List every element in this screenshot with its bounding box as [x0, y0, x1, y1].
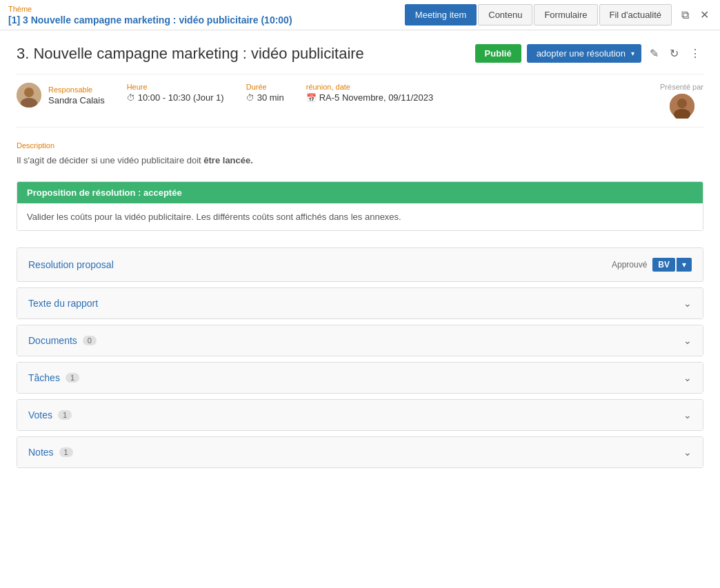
section-taches: Tâches 1 ⌄	[17, 362, 703, 394]
publie-button[interactable]: Publié	[475, 44, 521, 63]
section-resolution-proposal: Resolution proposal Approuvé BV ▾	[17, 247, 703, 282]
avatar-presenter	[670, 94, 694, 119]
heure-label: Heure	[127, 83, 224, 91]
svg-point-4	[677, 99, 687, 108]
taches-header[interactable]: Tâches 1 ⌄	[17, 363, 703, 393]
description-section: Description Il s'agit de décider si une …	[17, 141, 703, 168]
avatar-responsable	[17, 83, 41, 108]
duration-icon: ⏱	[246, 93, 254, 103]
taches-badge: 1	[66, 373, 79, 383]
reunion-value: 📅 RA-5 Novembre, 09/11/2023	[306, 92, 433, 103]
section-notes: Notes 1 ⌄	[17, 436, 703, 468]
badge-bv: BV	[652, 258, 675, 272]
title-row: 3. Nouvelle campagne marketing : vidéo p…	[17, 44, 703, 63]
resolution-dropdown-button[interactable]: ▾	[677, 258, 692, 272]
resolution-status-text: Approuvé	[612, 260, 647, 270]
edit-button[interactable]: ✎	[647, 44, 661, 63]
texte-rapport-title: Texte du rapport	[28, 298, 98, 309]
tab-formulaire[interactable]: Formulaire	[534, 4, 597, 26]
taches-title: Tâches	[28, 372, 60, 383]
votes-header[interactable]: Votes 1 ⌄	[17, 400, 703, 430]
header-icons: ⧉ ✕	[679, 6, 712, 24]
meta-row: Responsable Sandra Calais Heure ⏱ 10:00 …	[17, 74, 703, 128]
close-button[interactable]: ✕	[697, 6, 712, 24]
main-content: 3. Nouvelle campagne marketing : vidéo p…	[0, 30, 720, 487]
reunion-meta: réunion, date 📅 RA-5 Novembre, 09/11/202…	[306, 83, 433, 103]
section-votes: Votes 1 ⌄	[17, 399, 703, 431]
resolution-proposal-box: Proposition de résolution : acceptée Val…	[17, 181, 703, 231]
split-view-button[interactable]: ⧉	[679, 6, 692, 24]
notes-header[interactable]: Notes 1 ⌄	[17, 437, 703, 467]
responsable-info: Responsable Sandra Calais	[48, 85, 105, 105]
resolution-proposal-body: Valider les coûts pour la vidéo publicit…	[17, 203, 703, 230]
documents-badge: 0	[83, 336, 97, 345]
title-actions: Publié adopter une résolution ▾ ✎ ↻ ⋮	[475, 44, 703, 63]
chevron-down-icon: ⌄	[683, 298, 692, 309]
section-documents: Documents 0 ⌄	[17, 325, 703, 356]
chevron-down-icon: ⌄	[683, 409, 692, 420]
tab-meeting-item[interactable]: Meeting item	[405, 4, 477, 26]
description-text: Il s'agit de décider si une vidéo public…	[17, 154, 703, 168]
duree-meta: Durée ⏱ 30 min	[246, 83, 284, 103]
calendar-icon: 📅	[306, 93, 317, 103]
description-label: Description	[17, 141, 703, 150]
clock-icon: ⏱	[127, 93, 135, 103]
chevron-down-icon: ⌄	[683, 372, 692, 383]
adopter-resolution-button[interactable]: adopter une résolution ▾	[527, 44, 641, 63]
header-tabs: Meeting item Contenu Formulaire Fil d'ac…	[405, 4, 672, 26]
item-title: 3. Nouvelle campagne marketing : vidéo p…	[17, 45, 475, 63]
section-texte-rapport: Texte du rapport ⌄	[17, 287, 703, 319]
heure-value: ⏱ 10:00 - 10:30 (Jour 1)	[127, 92, 224, 103]
chevron-down-icon: ▾	[631, 50, 634, 57]
responsable-meta: Responsable Sandra Calais	[17, 83, 105, 108]
texte-rapport-header[interactable]: Texte du rapport ⌄	[17, 288, 703, 318]
header-title: [1] 3 Nouvelle campagne marketing : vidé…	[8, 14, 292, 26]
votes-title: Votes	[28, 409, 52, 420]
votes-badge: 1	[58, 410, 72, 420]
presented-by-label: Présenté par	[660, 83, 703, 91]
presented-by-section: Présenté par	[660, 83, 703, 119]
documents-header[interactable]: Documents 0 ⌄	[17, 325, 703, 356]
resolution-proposal-header: Proposition de résolution : acceptée	[17, 182, 703, 203]
header-theme-section: Thème [1] 3 Nouvelle campagne marketing …	[8, 5, 397, 26]
heure-meta: Heure ⏱ 10:00 - 10:30 (Jour 1)	[127, 83, 224, 103]
duree-label: Durée	[246, 83, 284, 91]
responsable-value: Sandra Calais	[48, 95, 105, 105]
tab-fil-actualite[interactable]: Fil d'actualité	[599, 4, 672, 26]
tab-contenu[interactable]: Contenu	[478, 4, 532, 26]
notes-badge: 1	[59, 447, 73, 457]
theme-label: Thème	[8, 5, 397, 13]
responsable-label: Responsable	[48, 85, 105, 94]
chevron-down-icon: ⌄	[683, 447, 692, 458]
duree-value: ⏱ 30 min	[246, 92, 284, 103]
resolution-row-title: Resolution proposal	[28, 259, 612, 270]
chevron-down-icon: ⌄	[683, 335, 692, 346]
svg-point-1	[24, 88, 34, 97]
documents-title: Documents	[28, 335, 77, 346]
refresh-button[interactable]: ↻	[667, 44, 681, 63]
more-options-button[interactable]: ⋮	[687, 44, 703, 63]
notes-title: Notes	[28, 447, 54, 458]
reunion-label: réunion, date	[306, 83, 433, 91]
header-bar: Thème [1] 3 Nouvelle campagne marketing …	[0, 0, 720, 30]
